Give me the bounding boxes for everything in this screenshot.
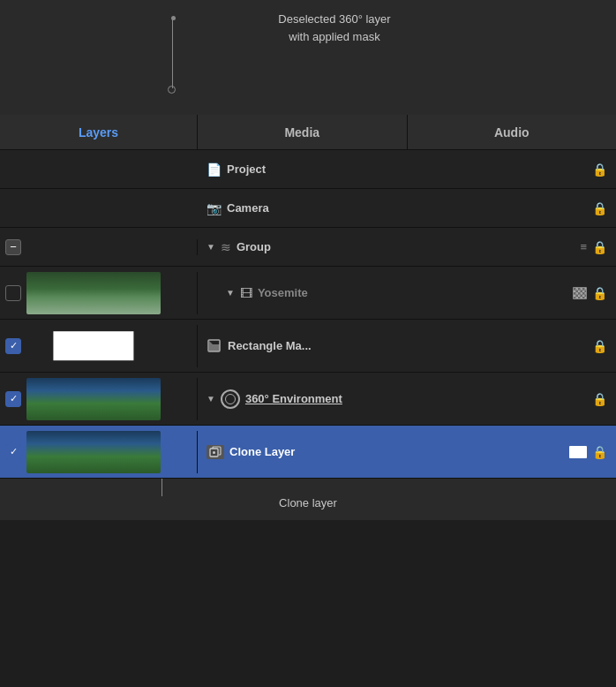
tab-media[interactable]: Media [198,115,408,149]
layer-row-yosemite[interactable]: ▼ 🎞 Yosemite 🔒 [0,267,616,320]
layer-row-camera[interactable]: 📷 Camera 🔒 [0,189,616,228]
tab-audio[interactable]: Audio [408,115,617,149]
env360-icon [221,389,240,409]
layer-name-yosemite: Yosemite [258,286,567,299]
layer-right-rect-mask: Rectangle Ma... 🔒 [198,338,616,354]
annotation-top-text: Deselected 360° layer with applied mask [278,11,390,45]
film-icon-yosemite: 🎞 [240,286,252,300]
lock-icon-camera: 🔒 [592,201,607,215]
lock-icon-project: 🔒 [592,162,607,177]
layer-right-camera: 📷 Camera 🔒 [198,201,616,215]
layer-name-rect-mask: Rectangle Ma... [228,339,587,352]
layer-row-env360[interactable]: ▼ 360° Environment 🔒 [0,373,616,426]
layer-left-env360 [0,378,198,420]
layer-right-project: 📄 Project 🔒 [198,162,616,177]
layer-row-clone[interactable]: Clone Layer 🔒 [0,426,616,479]
checkbox-rect-mask[interactable] [5,338,21,354]
checkbox-group[interactable] [5,239,21,255]
lock-icon-group: 🔒 [592,240,607,254]
layer-right-env360: ▼ 360° Environment 🔒 [198,389,616,409]
bottom-annotation-text: Clone layer [279,496,337,510]
layer-name-camera: Camera [227,201,587,215]
layer-name-project: Project [227,162,587,176]
group-extra-icon: ≡ [580,240,587,253]
thumbnail-yosemite [26,272,161,314]
tab-layers[interactable]: Layers [0,115,198,149]
layer-row-rect-mask[interactable]: Rectangle Ma... 🔒 [0,320,616,373]
thumbnail-env360 [26,378,161,420]
document-icon: 📄 [207,162,222,177]
layer-row-group[interactable]: ▼ ≋ Group ≡ 🔒 [0,228,616,267]
bottom-annotation: Clone layer [0,479,616,520]
arrow-down-icon-env360: ▼ [207,394,215,404]
checkbox-env360[interactable] [5,391,21,407]
rect-mask-icon [207,338,222,354]
layer-name-clone: Clone Layer [229,445,564,458]
layer-left-yosemite [0,272,198,314]
layer-left-rect-mask [0,325,198,367]
clone-icon [207,445,224,459]
layers-panel: Layers Media Audio 📄 Project 🔒 📷 Camera … [0,115,616,479]
annotation-line-top [172,18,173,88]
checkbox-clone[interactable] [5,444,21,460]
layer-left-group [0,239,198,255]
layer-right-yosemite: ▼ 🎞 Yosemite 🔒 [198,286,616,300]
thumbnail-clone [26,431,161,473]
panel-header: Layers Media Audio [0,115,616,150]
lock-icon-yosemite: 🔒 [592,286,607,300]
white-square-badge-clone [569,446,587,458]
layer-left-clone [0,431,198,473]
arrow-down-icon-group: ▼ [207,242,215,252]
arrow-down-icon-yosemite: ▼ [226,288,235,298]
svg-point-2 [213,451,215,454]
bottom-annotation-line [162,479,162,496]
layer-row-project[interactable]: 📄 Project 🔒 [0,150,616,189]
layer-name-env360: 360° Environment [245,392,587,405]
lock-icon-env360: 🔒 [592,392,607,406]
group-stack-icon: ≋ [221,240,231,254]
thumbnail-rect-mask [26,325,161,367]
checkbox-yosemite[interactable] [5,285,21,301]
layer-name-group: Group [237,240,575,253]
camera-icon: 📷 [207,201,222,215]
top-annotation: Deselected 360° layer with applied mask [0,0,616,115]
annotation-dot-bottom [168,86,176,94]
layer-right-group: ▼ ≋ Group ≡ 🔒 [198,240,616,254]
lock-icon-rect-mask: 🔒 [592,339,607,353]
checker-badge-yosemite [573,287,587,299]
layer-right-clone: Clone Layer 🔒 [198,445,616,459]
lock-icon-clone: 🔒 [592,445,607,459]
